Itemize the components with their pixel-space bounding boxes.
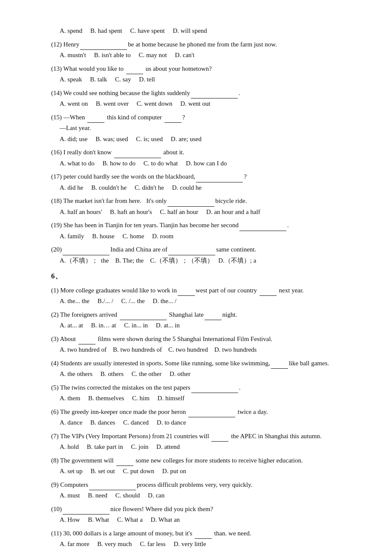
options-line: A. spend B. had spent C. have spent D. w… [51, 26, 358, 37]
question-text: (19) She has been in Tianjin for ten yea… [51, 220, 358, 231]
question-block: (17) peter could hardly see the words on… [51, 171, 358, 193]
options-line: A. at... at B. in… at C. in... in D. at.… [51, 320, 358, 331]
question-text: (20)India and China are ofsame continent… [51, 244, 358, 255]
question-block: (3) About films were shown during the 5 … [51, 334, 358, 356]
options-line: A. them B. themselves C. him D. himself [51, 393, 358, 404]
question-block: (14) We could see nothing because the li… [51, 88, 358, 110]
options-line: A. speak B. talk C. say D. tell [51, 74, 358, 85]
question-block: (4) Students are usually interested in s… [51, 358, 358, 380]
question-text: (8) The government will some new college… [51, 455, 358, 466]
question-text: (13) What would you like to us about you… [51, 64, 358, 75]
options-line: A. the others B. others C. the other D. … [51, 369, 358, 380]
question-block: (12) Some young people are now to buy pr… [51, 552, 358, 555]
question-subtext: —Last year. [51, 123, 358, 134]
question-text: (3) About films were shown during the 5 … [51, 334, 358, 345]
options-line: A. did; use B. was; used C. is; used D. … [51, 134, 358, 145]
options-line: A. mustn't B. isn't able to C. may not D… [51, 50, 358, 61]
question-block: (5) The twins corrected the mistakes on … [51, 382, 358, 404]
question-text: (6) The greedy inn-keeper once made the … [51, 407, 358, 418]
question-text: (12) Henrybe at home because he phoned m… [51, 39, 358, 50]
question-block: (20)India and China are ofsame continent… [51, 244, 358, 266]
question-text: (5) The twins corrected the mistakes on … [51, 382, 358, 393]
options-line: A. hold B. take part in C. join D. atten… [51, 442, 358, 453]
question-text: (18) The market isn't far from here. It'… [51, 196, 358, 207]
question-text: (14) We could see nothing because the li… [51, 88, 358, 99]
question-block: (16) I really don't know about it. A. wh… [51, 147, 358, 169]
question-block: (10)nice flowers! Where did you pick the… [51, 504, 358, 526]
options-line: A. did he B. couldn't he C. didn't he D.… [51, 182, 358, 194]
question-block: (2) The foreigners arrived Shanghai late… [51, 309, 358, 331]
question-block: (1) More college graduates would like to… [51, 285, 358, 307]
question-block: (8) The government will some new college… [51, 455, 358, 477]
options-line: A. must B. need C. should D. can [51, 490, 358, 501]
blank [239, 231, 286, 231]
options-line: A. family B. house C. home D. room [51, 231, 358, 242]
question-text: (1) More college graduates would like to… [51, 285, 358, 296]
blank [259, 295, 277, 296]
question-block: A. spend B. had spent C. have spent D. w… [51, 26, 358, 37]
section-header: 6、 [51, 270, 358, 283]
options-line: A. what to do B. how to do C. to do what… [51, 158, 358, 169]
section6: 6、 (1) More college graduates would like… [51, 270, 358, 555]
options-line: A.（不填）； the B. The; the C.（不填）；（不填） D.（不… [51, 255, 358, 266]
options-line: A. dance B. dances C. danced D. to dance [51, 417, 358, 428]
question-text: (11) 30, 000 dollars is a large amount o… [51, 528, 358, 539]
section5-tail: A. spend B. had spent C. have spent D. w… [51, 26, 358, 266]
question-text: (17) peter could hardly see the words on… [51, 171, 358, 182]
options-line: A. went on B. went over C. went down D. … [51, 98, 358, 110]
options-line: A. far more B. very much C. far less D. … [51, 539, 358, 550]
options-line: A. half an hours' B. haft an hour's C. h… [51, 207, 358, 218]
blank [205, 320, 222, 320]
blank [191, 393, 238, 393]
question-block: (19) She has been in Tianjin for ten yea… [51, 220, 358, 242]
question-block: (7) The VIPs (Very Important Persons) fr… [51, 431, 358, 453]
blank [196, 182, 243, 182]
question-block: (9) Computersprocess difficult problems … [51, 480, 358, 501]
question-text: (9) Computersprocess difficult problems … [51, 480, 358, 491]
question-text: (2) The foreigners arrived Shanghai late… [51, 309, 358, 321]
blank [178, 295, 195, 296]
options-line: A. the... the B./... / C. /... the D. th… [51, 296, 358, 307]
question-block: (15) —When this kind of computer ? —Last… [51, 112, 358, 145]
blank [271, 368, 288, 369]
question-text: (12) Some young people are now to buy pr… [51, 552, 358, 555]
question-text: (10)nice flowers! Where did you pick the… [51, 504, 358, 515]
options-line: A. two hundred of B. two hundreds of C. … [51, 344, 358, 356]
question-block: (18) The market isn't far from here. It'… [51, 196, 358, 217]
question-text: (4) Students are usually interested in s… [51, 358, 358, 369]
question-block: (6) The greedy inn-keeper once made the … [51, 407, 358, 428]
blank [164, 122, 182, 123]
blank [188, 417, 235, 417]
question-text: (16) I really don't know about it. [51, 147, 358, 158]
options-line: A. How B. What C. What a D. What an [51, 515, 358, 526]
question-block: (11) 30, 000 dollars is a large amount o… [51, 528, 358, 550]
blank [211, 441, 228, 442]
options-line: A. set up B. set out C. put down D. put … [51, 466, 358, 477]
question-text: (15) —When this kind of computer ? [51, 112, 358, 123]
question-text: (7) The VIPs (Very Important Persons) fr… [51, 431, 358, 442]
question-block: (13) What would you like to us about you… [51, 64, 358, 85]
question-block: (12) Henrybe at home because he phoned m… [51, 39, 358, 61]
